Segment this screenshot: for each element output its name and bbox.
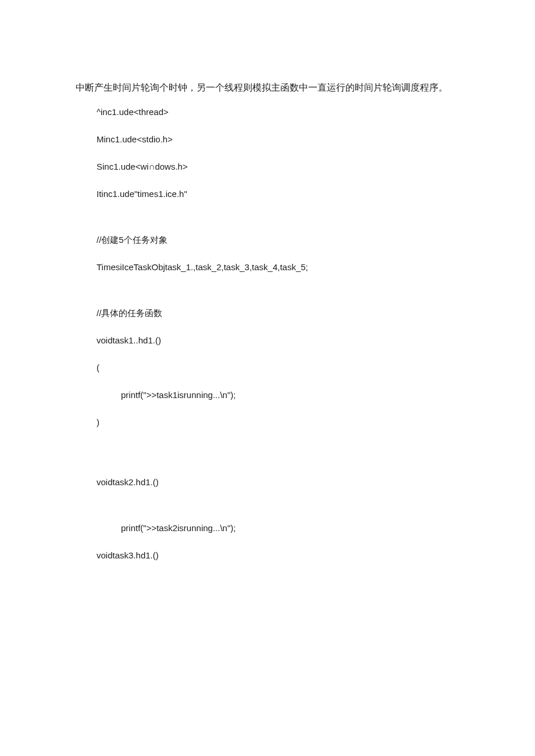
spacer — [76, 503, 477, 522]
code-task-objects: TimesiIceTaskObjtask_1.,task_2,task_3,ta… — [76, 261, 477, 273]
code-task1-decl: voidtask1..hd1.() — [76, 334, 477, 346]
code-include-timeslice: Itinc1.ude"times1.ice.h" — [76, 188, 477, 200]
code-task2-decl: voidtask2.hd1.() — [76, 476, 477, 488]
code-close-paren: ) — [76, 416, 477, 428]
document-page: 中断产生时间片轮询个时钟，另一个线程则模拟主函数中一直运行的时间片轮询调度程序。… — [0, 0, 535, 635]
spacer — [76, 215, 477, 234]
code-task1-printf: printf(">>task1isrunning...\n"); — [76, 389, 477, 401]
code-task3-decl: voidtask3.hd1.() — [76, 549, 477, 561]
code-include-stdio: Minc1.ude<stdio.h> — [76, 133, 477, 145]
code-include-thread: ^inc1.ude<thread> — [76, 106, 477, 118]
code-comment-task-functions: //具体的任务函数 — [76, 307, 477, 319]
code-task2-printf: printf(">>task2isrunning...\n"); — [76, 522, 477, 534]
spacer — [76, 443, 477, 476]
code-open-paren: ( — [76, 361, 477, 374]
spacer — [76, 288, 477, 307]
paragraph-intro: 中断产生时间片轮询个时钟，另一个线程则模拟主函数中一直运行的时间片轮询调度程序。 — [76, 76, 477, 100]
code-comment-create-tasks: //创建5个任务对象 — [76, 234, 477, 246]
code-include-windows: Sinc1.ude<wi∩dows.h> — [76, 160, 477, 173]
